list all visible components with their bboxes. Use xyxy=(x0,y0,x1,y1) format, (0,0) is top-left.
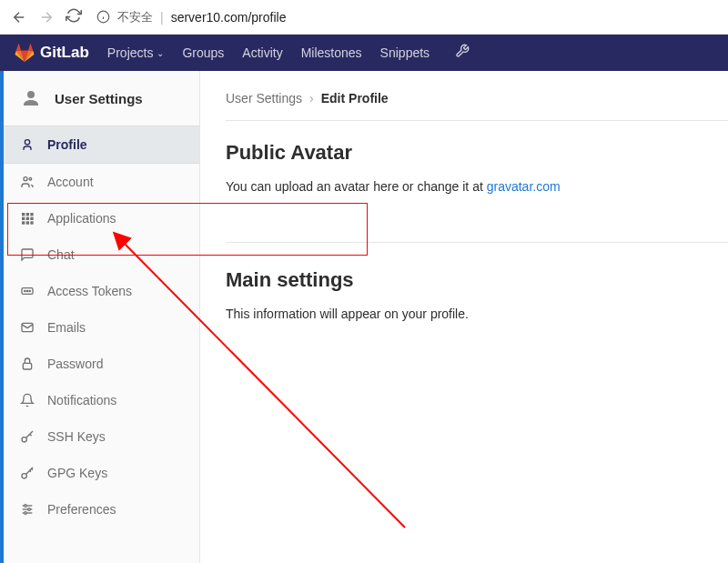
breadcrumb: User Settings › Edit Profile xyxy=(226,91,728,106)
sidebar-label-password: Password xyxy=(47,357,103,371)
sidebar-label-applications: Applications xyxy=(47,211,116,226)
main-settings-title: Main settings xyxy=(226,268,728,292)
sidebar-item-access-tokens[interactable]: Access Tokens xyxy=(0,273,199,309)
access-tokens-icon xyxy=(20,284,35,298)
sidebar-title: User Settings xyxy=(55,91,143,106)
svg-point-4 xyxy=(25,140,29,145)
wrench-icon[interactable] xyxy=(455,44,470,62)
chevron-down-icon: ⌄ xyxy=(157,48,164,58)
svg-point-6 xyxy=(29,177,32,180)
breadcrumb-separator: › xyxy=(309,91,314,106)
divider xyxy=(226,242,728,243)
forward-button[interactable] xyxy=(38,9,55,25)
preferences-icon xyxy=(20,502,35,517)
chat-icon xyxy=(20,247,35,262)
public-avatar-title: Public Avatar xyxy=(226,141,728,165)
svg-point-22 xyxy=(22,437,26,442)
emails-icon xyxy=(20,320,35,335)
public-avatar-desc: You can upload an avatar here or change … xyxy=(226,177,728,196)
sidebar-item-profile[interactable]: Profile xyxy=(0,126,199,164)
svg-rect-11 xyxy=(26,217,29,220)
gpg-keys-icon xyxy=(20,466,35,480)
sidebar-label-account: Account xyxy=(47,175,94,189)
sidebar-label-notifications: Notifications xyxy=(47,393,116,407)
sidebar: User Settings Profile Account Applicatio… xyxy=(0,71,200,563)
applications-icon xyxy=(20,211,35,226)
nav-groups[interactable]: Groups xyxy=(182,45,224,60)
svg-rect-7 xyxy=(22,213,25,216)
sidebar-item-ssh-keys[interactable]: SSH Keys xyxy=(0,418,199,455)
nav-projects[interactable]: Projects⌄ xyxy=(107,45,165,60)
divider xyxy=(226,120,728,121)
svg-point-28 xyxy=(28,508,31,511)
gitlab-header: GitLab Projects⌄ Groups Activity Milesto… xyxy=(0,35,728,71)
gitlab-brand-text: GitLab xyxy=(40,44,89,62)
reload-button[interactable] xyxy=(66,7,82,27)
sidebar-label-ssh-keys: SSH Keys xyxy=(47,429,106,444)
nav-snippets[interactable]: Snippets xyxy=(380,45,430,60)
svg-rect-15 xyxy=(30,221,33,224)
sidebar-label-preferences: Preferences xyxy=(47,502,116,517)
sidebar-accent xyxy=(0,71,4,563)
url-text: server10.com/profile xyxy=(171,10,287,25)
sidebar-label-chat: Chat xyxy=(47,247,75,262)
svg-rect-14 xyxy=(26,221,29,224)
main-content: User Settings › Edit Profile Public Avat… xyxy=(200,71,728,563)
svg-point-19 xyxy=(29,290,30,291)
svg-rect-8 xyxy=(26,213,29,216)
notifications-icon xyxy=(20,393,35,407)
main-settings-desc: This information will appear on your pro… xyxy=(226,305,728,324)
svg-point-29 xyxy=(25,512,27,515)
gitlab-logo[interactable]: GitLab xyxy=(15,43,89,63)
insecure-label: 不安全 xyxy=(117,9,153,25)
sidebar-label-profile: Profile xyxy=(47,137,87,152)
svg-point-3 xyxy=(27,91,35,98)
sidebar-item-account[interactable]: Account xyxy=(0,164,199,200)
sidebar-item-preferences[interactable]: Preferences xyxy=(0,491,199,528)
svg-rect-21 xyxy=(23,363,31,369)
svg-point-23 xyxy=(22,474,26,478)
password-icon xyxy=(20,357,35,371)
sidebar-label-access-tokens: Access Tokens xyxy=(47,284,132,298)
user-icon xyxy=(20,87,42,109)
breadcrumb-root[interactable]: User Settings xyxy=(226,91,302,106)
sidebar-item-emails[interactable]: Emails xyxy=(0,309,199,346)
sidebar-item-notifications[interactable]: Notifications xyxy=(0,382,199,418)
back-button[interactable] xyxy=(11,9,27,25)
svg-point-17 xyxy=(25,290,25,291)
sidebar-item-password[interactable]: Password xyxy=(0,346,199,382)
sidebar-label-emails: Emails xyxy=(47,320,86,335)
sidebar-item-gpg-keys[interactable]: GPG Keys xyxy=(0,455,199,491)
svg-rect-9 xyxy=(30,213,33,216)
main-layout: User Settings Profile Account Applicatio… xyxy=(0,71,728,563)
svg-rect-12 xyxy=(30,217,33,220)
svg-rect-10 xyxy=(22,217,25,220)
svg-rect-13 xyxy=(22,221,25,224)
ssh-keys-icon xyxy=(20,429,35,444)
profile-icon xyxy=(20,137,35,152)
sidebar-item-applications[interactable]: Applications xyxy=(0,200,199,236)
address-bar[interactable]: 不安全 | server10.com/profile xyxy=(93,5,717,30)
svg-point-18 xyxy=(26,290,27,291)
svg-point-27 xyxy=(25,505,27,508)
sidebar-header: User Settings xyxy=(0,71,199,126)
account-icon xyxy=(20,175,35,189)
nav-milestones[interactable]: Milestones xyxy=(301,45,362,60)
breadcrumb-current: Edit Profile xyxy=(321,91,389,106)
sidebar-label-gpg-keys: GPG Keys xyxy=(47,466,107,480)
nav-activity[interactable]: Activity xyxy=(242,45,282,60)
url-separator: | xyxy=(160,10,164,25)
browser-bar: 不安全 | server10.com/profile xyxy=(0,0,728,35)
gravatar-link[interactable]: gravatar.com xyxy=(487,179,561,194)
info-icon xyxy=(96,10,110,24)
sidebar-item-chat[interactable]: Chat xyxy=(0,236,199,273)
svg-point-5 xyxy=(24,177,27,181)
